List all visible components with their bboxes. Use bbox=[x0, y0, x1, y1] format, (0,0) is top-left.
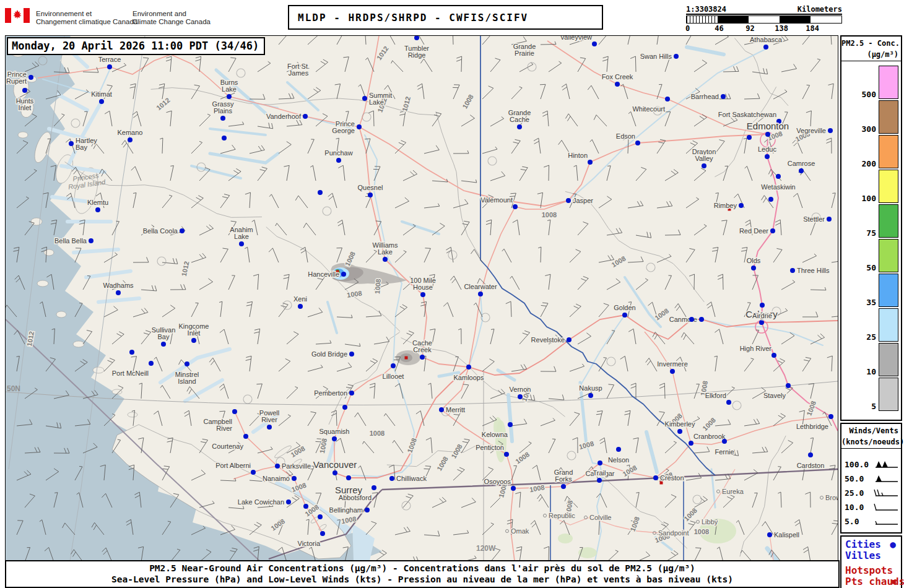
city-label: GrandeCache bbox=[508, 109, 531, 123]
pm25-swatch bbox=[879, 135, 898, 168]
city-marker bbox=[760, 303, 765, 308]
city-marker bbox=[232, 409, 237, 414]
city-label: High River bbox=[740, 345, 772, 352]
city-marker bbox=[439, 407, 444, 412]
city-marker bbox=[420, 355, 425, 360]
city-marker bbox=[504, 452, 509, 457]
city-label: Wadhams bbox=[103, 282, 134, 289]
city-label: Fort St.James bbox=[287, 63, 310, 77]
city-marker bbox=[357, 124, 362, 129]
park-area bbox=[558, 534, 573, 543]
city-marker bbox=[567, 337, 572, 342]
city-label: Nakusp bbox=[579, 384, 602, 392]
city-label: CacheCreek bbox=[412, 339, 432, 353]
city-label: Wetaskiwin bbox=[761, 183, 795, 191]
city-marker bbox=[298, 304, 303, 309]
city-marker bbox=[517, 124, 522, 129]
city-marker bbox=[776, 174, 781, 179]
wind-barb-icon bbox=[873, 516, 899, 527]
pm25-legend-title: PM2.5 - Conc. bbox=[841, 37, 901, 48]
isobar-label: 1008 bbox=[542, 211, 557, 218]
city-marker bbox=[227, 94, 232, 99]
city-label: PowellRiver bbox=[259, 409, 279, 423]
caption-line2: Sea-Level Pressure (hPa) and Low-Level W… bbox=[6, 574, 838, 585]
city-marker bbox=[349, 352, 354, 357]
wind-barb-icon bbox=[873, 473, 899, 485]
city-marker bbox=[677, 429, 682, 434]
city-label: Kalispell bbox=[774, 531, 799, 538]
wind-speed-label: 100.0 bbox=[845, 460, 873, 469]
city-marker bbox=[365, 508, 370, 512]
city-marker bbox=[368, 192, 373, 197]
city-label: Pemberton bbox=[314, 389, 347, 397]
city-label: Bella Bella bbox=[54, 237, 87, 244]
city-marker bbox=[759, 320, 764, 325]
city-marker bbox=[699, 317, 704, 322]
city-marker bbox=[827, 217, 832, 222]
city-label: Jasper bbox=[573, 197, 593, 204]
pm25-swatch bbox=[879, 308, 898, 342]
city-label: Barrhead bbox=[691, 93, 719, 100]
city-label: MinstrelIsland bbox=[175, 371, 199, 385]
city-label: Rimbey bbox=[714, 202, 737, 209]
city-label: Golden bbox=[614, 304, 635, 311]
city-label: Squamish bbox=[319, 428, 350, 435]
header: Environnement et Changement climatique C… bbox=[0, 0, 904, 35]
hotspots-label-en: Hotspots bbox=[845, 564, 893, 576]
cities-hotspots-legend: Cities ● Villes Hotspots ■ Pts chauds bbox=[840, 535, 902, 588]
city-marker bbox=[99, 99, 104, 104]
city-label: Camrose bbox=[788, 160, 815, 167]
city-label: Stavely bbox=[763, 392, 786, 399]
town-label: Omak bbox=[511, 527, 529, 535]
city-marker bbox=[332, 470, 337, 475]
scale-ratio: 1:3303824 bbox=[686, 5, 726, 14]
timestamp-box: Monday, 20 April 2026 11:00 PDT (34/46) bbox=[7, 37, 265, 55]
city-marker bbox=[420, 292, 425, 297]
city-label: Trail bbox=[593, 469, 606, 477]
pm25-threshold-label: 50 bbox=[866, 263, 876, 272]
city-marker bbox=[180, 228, 185, 233]
city-marker bbox=[588, 393, 593, 398]
wind-speed-label: 10.0 bbox=[845, 503, 873, 512]
city-marker bbox=[511, 486, 516, 491]
city-label: 100 MileHouse bbox=[410, 277, 436, 291]
city-marker bbox=[722, 439, 727, 444]
pm25-swatches: 50030020010075503525105 bbox=[841, 66, 901, 412]
city-marker bbox=[149, 361, 154, 366]
city-label: Lethbridge bbox=[796, 423, 828, 430]
city-marker bbox=[592, 41, 597, 46]
map-graphics: 1012101210121012101210121008100810081008… bbox=[6, 36, 838, 561]
isobar-label: 1008 bbox=[373, 279, 382, 294]
isobar-label: 1008 bbox=[370, 430, 385, 437]
city-marker bbox=[22, 88, 27, 93]
map-scale: 1:3303824 Kilometers 04692138184 bbox=[686, 5, 842, 32]
city-marker bbox=[303, 504, 308, 509]
city-marker bbox=[389, 476, 394, 481]
city-marker bbox=[653, 475, 658, 480]
city-label: Edson bbox=[616, 132, 635, 140]
town-label: Colville bbox=[589, 514, 611, 521]
city-label: BurnsLake bbox=[220, 79, 238, 93]
city-label: Leduc bbox=[758, 145, 776, 153]
city-label: Red Deer bbox=[739, 227, 768, 235]
city-label: Bellingham bbox=[329, 506, 363, 514]
island bbox=[31, 218, 42, 225]
city-marker bbox=[28, 75, 33, 80]
wind-speed-label: 5.0 bbox=[845, 517, 873, 526]
island bbox=[93, 367, 104, 373]
city-marker bbox=[116, 290, 121, 295]
city-marker bbox=[243, 434, 248, 439]
city-label: Clearwater bbox=[464, 283, 497, 290]
city-label: Nanaimo bbox=[263, 475, 290, 482]
city-label: Lillooet bbox=[383, 373, 404, 380]
cities-label-fr: Villes bbox=[841, 550, 901, 561]
city-marker bbox=[362, 96, 367, 101]
pm25-threshold-label: 75 bbox=[866, 228, 876, 238]
city-label: GrandForks bbox=[554, 469, 573, 483]
city-marker bbox=[828, 128, 833, 133]
canada-flag-icon bbox=[5, 8, 30, 23]
city-label: Bella Coola bbox=[143, 227, 178, 235]
city-label: Penticton bbox=[476, 444, 504, 451]
town-label: Sandpoint bbox=[658, 529, 689, 537]
city-marker bbox=[721, 94, 726, 99]
